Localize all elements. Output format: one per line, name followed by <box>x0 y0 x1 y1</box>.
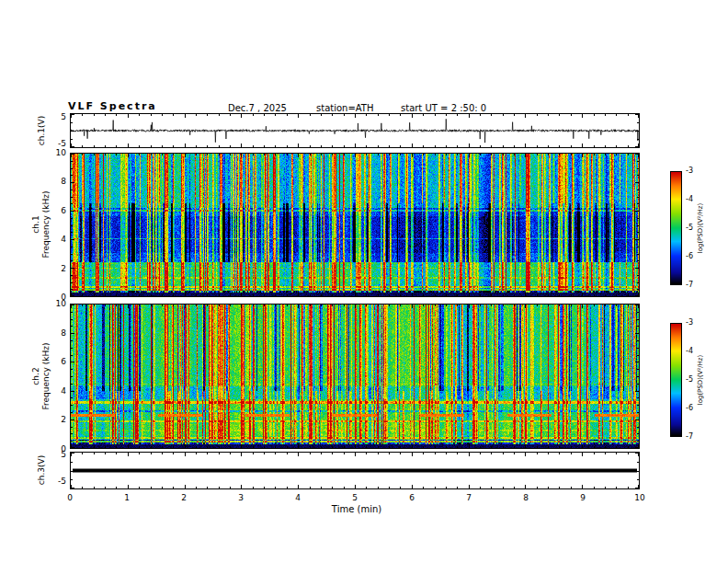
ch2-spectrogram-canvas <box>71 304 639 448</box>
y-tick-label: 4 <box>53 234 66 245</box>
colorbar-tick-label: -4 <box>686 347 693 356</box>
x-tick-label: 5 <box>346 492 364 503</box>
colorbar-ch1 <box>670 171 682 285</box>
colorbar-tick-label: -6 <box>686 404 693 413</box>
colorbar-tick-label: -4 <box>686 195 693 204</box>
x-tick-label: 6 <box>403 492 421 503</box>
colorbar-canvas-1 <box>671 172 681 284</box>
ch1-channel-label: ch.1 <box>31 153 41 297</box>
x-tick-label: 9 <box>574 492 592 503</box>
ch1-waveform-ylabel: ch.1(V) <box>37 103 48 158</box>
y-tick-label: 6 <box>53 205 66 216</box>
ch1-waveform-canvas <box>71 114 639 147</box>
ch3-waveform-ylabel: ch.3(V) <box>37 442 48 498</box>
x-tick-label: 4 <box>289 492 307 503</box>
colorbar-tick-label: -6 <box>686 252 693 261</box>
colorbar-tick-label: -3 <box>686 318 693 327</box>
ch3-waveform-canvas <box>71 453 639 488</box>
y-tick-label: 4 <box>53 385 66 396</box>
ch2-spectrogram-ylabel: ch.2 Frequency (kHz) <box>31 304 51 449</box>
y-tick-label: 10 <box>53 147 66 158</box>
colorbar-ch2 <box>670 323 682 437</box>
x-axis-title: Time (min) <box>309 504 404 515</box>
ch1-spectrogram-canvas <box>71 154 639 296</box>
colorbar-ch2-label: log(PSD)(V²/Hz) <box>696 329 705 431</box>
vlf-spectra-figure: VLF Spectra Dec.7 , 2025 station=ATH sta… <box>0 0 728 563</box>
figure-title: VLF Spectra <box>68 101 157 112</box>
colorbar-canvas-2 <box>671 324 681 436</box>
colorbar-tick-label: -5 <box>686 224 693 233</box>
x-tick-label: 3 <box>232 492 250 503</box>
ch1-waveform-panel <box>70 113 640 148</box>
frequency-axis-label: Frequency (kHz) <box>41 304 51 449</box>
y-tick-label: 8 <box>53 176 66 187</box>
y-tick-label: -5 <box>51 476 66 487</box>
y-tick-label: 8 <box>53 327 66 339</box>
y-tick-label: 5 <box>51 111 66 122</box>
frequency-axis-label: Frequency (kHz) <box>41 153 51 297</box>
x-tick-label: 1 <box>118 492 136 503</box>
x-tick-label: 8 <box>517 492 535 503</box>
colorbar-tick-label: -7 <box>686 281 693 290</box>
y-tick-label: 6 <box>53 356 66 367</box>
y-tick-label: 10 <box>53 298 66 309</box>
ch3-waveform-panel <box>70 452 640 489</box>
ch2-spectrogram-panel <box>70 304 640 449</box>
ch1-spectrogram-ylabel: ch.1 Frequency (kHz) <box>31 153 51 297</box>
y-tick-label: 2 <box>53 414 66 425</box>
x-tick-label: 0 <box>61 492 79 503</box>
colorbar-tick-label: -5 <box>686 375 693 385</box>
colorbar-ch1-label: log(PSD)(V²/Hz) <box>696 178 705 279</box>
x-tick-label: 7 <box>460 492 478 503</box>
x-tick-label: 2 <box>175 492 193 503</box>
ch1-spectrogram-panel <box>70 153 640 297</box>
ch2-channel-label: ch.2 <box>31 304 41 449</box>
x-tick-label: 10 <box>631 492 649 503</box>
colorbar-tick-label: -3 <box>686 167 693 176</box>
colorbar-tick-label: -7 <box>686 432 693 442</box>
y-tick-label: 5 <box>51 449 66 460</box>
y-tick-label: 2 <box>53 263 66 274</box>
